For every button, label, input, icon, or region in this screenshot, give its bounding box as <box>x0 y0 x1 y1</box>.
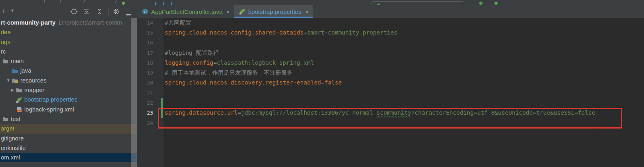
tree-item-label: ogs <box>1 37 10 47</box>
collapse-all-icon[interactable] <box>96 8 103 15</box>
hide-panel-icon[interactable] <box>125 11 132 18</box>
code-segment: = <box>304 29 307 36</box>
code-line-20[interactable]: 20spring.cloud.nacos.discovery.register-… <box>137 78 644 88</box>
tree-item-dea[interactable]: dea <box>0 27 137 37</box>
tree-item-ogs[interactable]: ogs <box>0 37 137 47</box>
spring-leaf-icon <box>239 8 245 15</box>
line-number: 17 <box>137 48 153 58</box>
editor[interactable]: 14#共同配置15spring.cloud.nacos.config.share… <box>137 18 644 167</box>
code-line-17[interactable]: 17#logging 配置路径 <box>137 48 644 58</box>
tree-item-label: main <box>11 56 24 66</box>
project-tree-scrollbar[interactable] <box>131 18 137 167</box>
tree-item-rc[interactable]: rc <box>0 47 137 56</box>
spring-leaf-icon <box>16 97 22 103</box>
project-panel-title[interactable]: t <box>2 8 4 14</box>
toolbar-glyph <box>163 2 164 5</box>
tree-item-label: logback-spring.xml <box>24 105 74 114</box>
line-number: 21 <box>137 88 153 98</box>
code-segment: spring.cloud.nacos.config.shared-dataids <box>165 29 304 36</box>
code-line-24[interactable]: 24 <box>137 118 644 128</box>
project-tree: rt-community-partyD:\projects\smart-comm… <box>0 18 137 167</box>
debug-icon[interactable] <box>494 2 498 5</box>
tree-item-label: arget <box>1 124 14 133</box>
chevron-down-icon[interactable]: ▼ <box>10 8 14 13</box>
code-text: # 用于本地测试，作用是只发现服务，不注册服务 <box>165 68 293 78</box>
tree-item-resources[interactable]: ▼resources <box>0 76 137 85</box>
tree-item-label: dea <box>1 27 11 37</box>
code-text: spring.cloud.nacos.config.shared-dataids… <box>165 28 397 38</box>
folder-icon <box>2 58 9 64</box>
tree-item-om-xml[interactable]: om.xml <box>0 153 137 162</box>
locate-icon[interactable] <box>70 8 78 15</box>
code-line-14[interactable]: 14#共同配置 <box>137 18 644 28</box>
code-line-18[interactable]: 18logging.config=classpath:logback-sprin… <box>137 58 644 68</box>
run-icon[interactable] <box>479 2 483 5</box>
line-number: 24 <box>137 118 153 128</box>
tree-item-label: gitignore <box>1 134 24 143</box>
breadcrumb-file-icon <box>122 2 125 5</box>
line-number: 20 <box>137 78 153 88</box>
code-text: spring.cloud.nacos.discovery.register-en… <box>165 78 342 88</box>
code-line-16[interactable]: 16 <box>137 38 644 48</box>
tree-item-arget[interactable]: arget <box>0 124 137 133</box>
project-path: D:\projects\smart-comm <box>59 18 122 27</box>
code-segment: #共同配置 <box>165 19 191 26</box>
vcs-change-bar <box>161 108 163 118</box>
tree-item-logback-spring-xml[interactable]: <>logback-spring.xml <box>0 105 137 114</box>
code-segment: = <box>213 60 217 66</box>
code-segment: classpath:logback-spring.xml <box>217 60 314 66</box>
tab-bootstrap-properties[interactable]: bootstrap.properties× <box>234 5 313 18</box>
line-number: 14 <box>137 18 153 28</box>
tree-item-java[interactable]: java <box>0 66 137 75</box>
code-segment: #logging 配置路径 <box>165 50 219 56</box>
tree-item-enkinsfile[interactable]: enkinsfile <box>0 143 137 153</box>
code-line-22[interactable]: 22 <box>137 98 644 108</box>
code-segment: ?characterEncoding=utf-8&useUnicode=true… <box>411 109 595 116</box>
line-number: 19 <box>137 68 153 78</box>
tree-item-mapper[interactable]: ▶mapper <box>0 85 137 95</box>
ide-window: / / / / t ▼ <box>0 0 644 167</box>
tree-item-gitignore[interactable]: gitignore <box>0 134 137 143</box>
code-segment: logging.config <box>165 60 213 66</box>
toolbar-glyph <box>171 2 172 5</box>
code-segment: = <box>321 79 325 86</box>
project-tool-window: t ▼ rt-community-partyD:\projects\smart-… <box>0 5 137 167</box>
folder-resources-icon <box>12 77 18 84</box>
code-text: spring.datasource.url=jdbc:mysql://local… <box>165 108 595 118</box>
expand-all-icon[interactable] <box>83 8 90 15</box>
line-number: 16 <box>137 38 153 48</box>
tree-item-main[interactable]: main <box>0 56 137 66</box>
code-segment: spring.cloud.nacos.discovery.register-en… <box>165 79 321 86</box>
close-icon[interactable]: × <box>305 9 309 15</box>
tree-item-label: enkinsfile <box>1 143 26 153</box>
tree-item-label: resources <box>20 76 47 85</box>
code-segment: spring.datasource.url <box>165 109 237 116</box>
vcs-change-bar <box>161 98 163 108</box>
breadcrumb-separator-icon: / <box>44 0 45 4</box>
code-text: #共同配置 <box>165 18 191 28</box>
chevron-down-icon[interactable]: ▼ <box>5 76 12 85</box>
tree-item-bootstrap-properties[interactable]: bootstrap.properties <box>0 95 137 104</box>
code-line-19[interactable]: 19# 用于本地测试，作用是只发现服务，不注册服务 <box>137 68 644 78</box>
main-toolbar-clipped: / / / / <box>0 0 644 6</box>
tab-label: bootstrap.properties <box>248 8 301 15</box>
project-panel-header: t ▼ <box>0 5 137 18</box>
breadcrumb-separator-icon: / <box>115 0 117 4</box>
tab-appparelectcontroller-java[interactable]: CAppParElectController.java× <box>137 5 234 18</box>
close-icon[interactable]: × <box>226 9 230 15</box>
folder-icon <box>2 116 9 122</box>
code-line-21[interactable]: 21 <box>137 88 644 98</box>
editor-lines: 14#共同配置15spring.cloud.nacos.config.share… <box>137 18 644 128</box>
folder-blue-icon <box>12 68 18 74</box>
toolbar-glyph <box>155 2 156 5</box>
tree-item-label: java <box>20 66 31 75</box>
tree-item-rt-community-party[interactable]: rt-community-partyD:\projects\smart-comm <box>0 18 137 27</box>
line-number: 15 <box>137 28 153 38</box>
toolbar-separator <box>108 8 109 15</box>
code-line-23[interactable]: 23spring.datasource.url=jdbc:mysql://loc… <box>137 108 644 118</box>
chevron-right-icon[interactable]: ▶ <box>9 85 16 95</box>
code-line-15[interactable]: 15spring.cloud.nacos.config.shared-datai… <box>137 28 644 38</box>
settings-gear-icon[interactable] <box>113 8 120 15</box>
tree-item-test[interactable]: test <box>0 114 137 124</box>
tree-item-label: om.xml <box>1 153 20 162</box>
